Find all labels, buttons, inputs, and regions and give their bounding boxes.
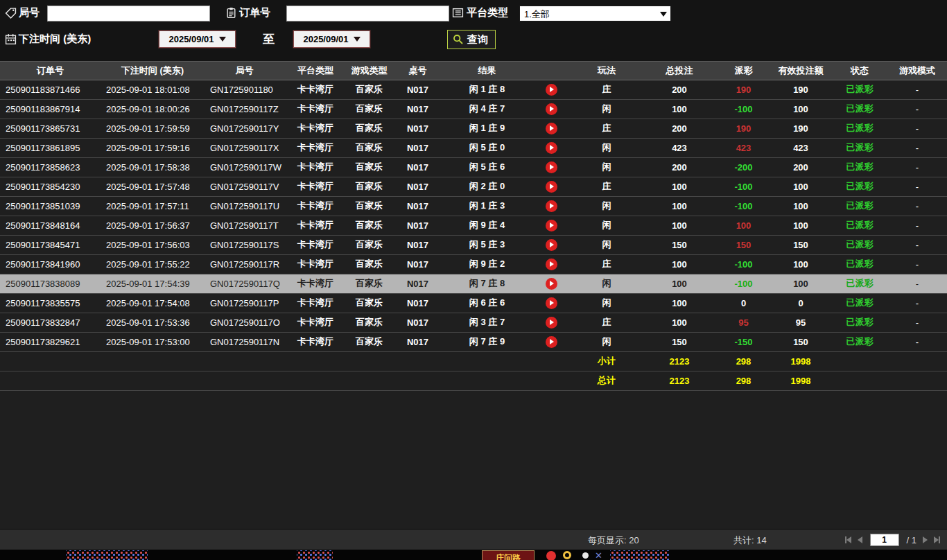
order-number: 250901173838089 [0, 274, 101, 293]
replay-icon[interactable] [546, 220, 557, 231]
query-button[interactable]: 查询 [447, 30, 496, 49]
total-bet: 100 [641, 254, 718, 274]
table-row[interactable]: 2509011738296212025-09-01 17:53:00GN0172… [0, 332, 947, 351]
next-page-button[interactable] [923, 536, 928, 543]
replay [530, 332, 572, 351]
round-label: 局号 [19, 6, 40, 19]
table-row[interactable]: 2509011738618952025-09-01 17:59:16GN0172… [0, 138, 947, 157]
play-type: 闲 [572, 235, 641, 254]
column-header [530, 62, 572, 80]
platform-type: 卡卡湾厅 [284, 216, 347, 235]
status-badge: 已派彩 [832, 254, 887, 274]
payout: 95 [718, 313, 770, 332]
chevron-down-icon [219, 37, 226, 42]
game-type: 百家乐 [347, 235, 392, 254]
game-type: 百家乐 [347, 80, 392, 99]
order-number: 250901173851039 [0, 196, 101, 216]
order-input[interactable] [286, 6, 449, 21]
round-number: GN0172590117X [205, 138, 284, 157]
total-bet: 200 [641, 157, 718, 177]
banker-road-button-fragment: 庄问路 [482, 550, 535, 560]
replay-icon[interactable] [546, 239, 557, 251]
replay-icon[interactable] [546, 161, 557, 173]
bet-time: 2025-09-01 17:56:37 [101, 216, 205, 235]
game-mode: - [887, 196, 947, 216]
replay [530, 216, 572, 235]
summary-valid-bet: 1998 [770, 371, 832, 390]
table-header-row: 订单号下注时间 (美东)局号平台类型游戏类型桌号结果玩法总投注派彩有效投注额状态… [0, 62, 947, 80]
bet-time: 2025-09-01 17:56:03 [101, 235, 205, 254]
replay-icon[interactable] [546, 317, 557, 329]
table-row[interactable]: 2509011738328472025-09-01 17:53:36GN0172… [0, 313, 947, 332]
calendar-icon [5, 33, 17, 45]
date-from-picker[interactable]: 2025/09/01 [159, 30, 236, 48]
round-number: GN0172590117P [205, 293, 284, 313]
table-row[interactable]: 2509011738657312025-09-01 17:59:59GN0172… [0, 119, 947, 138]
table-row[interactable]: 2509011838714662025-09-01 18:01:08GN1725… [0, 80, 947, 99]
table-row[interactable]: 2509011738355752025-09-01 17:54:08GN0172… [0, 293, 947, 313]
table-row[interactable]: 2509011738586232025-09-01 17:58:38GN0172… [0, 157, 947, 177]
platform-type-value: 1.全部 [524, 8, 550, 21]
order-number: 250901183867914 [0, 99, 101, 119]
play-type: 庄 [572, 80, 641, 99]
order-number: 250901173845471 [0, 235, 101, 254]
date-to-picker[interactable]: 2025/09/01 [293, 30, 370, 48]
replay [530, 196, 572, 216]
total-bet: 423 [641, 138, 718, 157]
play-type: 闲 [572, 216, 641, 235]
replay-icon[interactable] [546, 336, 557, 348]
result: 闲 6 庄 6 [444, 293, 530, 313]
replay-icon[interactable] [546, 200, 557, 212]
play-type: 庄 [572, 254, 641, 274]
status-badge: 已派彩 [832, 313, 887, 332]
replay-icon[interactable] [546, 181, 557, 193]
first-page-button[interactable] [845, 536, 851, 543]
column-header: 游戏类型 [347, 62, 392, 80]
game-mode: - [887, 99, 947, 119]
summary-valid-bet: 1998 [770, 351, 832, 371]
round-number: GN0172590117W [205, 157, 284, 177]
table-row[interactable]: 2509011738510392025-09-01 17:57:11GN0172… [0, 196, 947, 216]
platform-type: 卡卡湾厅 [284, 177, 347, 196]
replay [530, 313, 572, 332]
status-badge: 已派彩 [832, 274, 887, 293]
table-row[interactable]: 2509011738419602025-09-01 17:55:22GN0172… [0, 254, 947, 274]
replay [530, 235, 572, 254]
table-row[interactable]: 2509011838679142025-09-01 18:00:26GN0172… [0, 99, 947, 119]
round-number: GN0172590117N [205, 332, 284, 351]
total-bet: 100 [641, 216, 718, 235]
background-window-sliver: 庄问路 ✕ [0, 550, 947, 560]
round-input[interactable] [47, 6, 210, 21]
platform-type: 卡卡湾厅 [284, 332, 347, 351]
page-number-input[interactable] [870, 534, 899, 546]
game-type: 百家乐 [347, 138, 392, 157]
round-number: GN0172590117U [205, 196, 284, 216]
table-row[interactable]: 2509011738542302025-09-01 17:57:48GN0172… [0, 177, 947, 196]
total-bet: 100 [641, 293, 718, 313]
table-number: N017 [392, 177, 444, 196]
platform-type: 卡卡湾厅 [284, 313, 347, 332]
prev-page-button[interactable] [858, 536, 862, 543]
replay-icon[interactable] [546, 123, 557, 134]
replay-icon[interactable] [546, 278, 557, 290]
table-row[interactable]: 2509011738481642025-09-01 17:56:37GN0172… [0, 216, 947, 235]
payout: -100 [718, 177, 770, 196]
bet-time: 2025-09-01 17:59:16 [101, 138, 205, 157]
valid-bet: 100 [770, 177, 832, 196]
replay-icon[interactable] [546, 142, 557, 154]
replay-icon[interactable] [546, 84, 557, 96]
last-page-button[interactable] [934, 536, 940, 543]
total-row: 总计21232981998 [0, 371, 947, 390]
status-badge: 已派彩 [832, 216, 887, 235]
result: 闲 4 庄 7 [444, 99, 530, 119]
status-badge: 已派彩 [832, 119, 887, 138]
replay-icon[interactable] [546, 259, 557, 270]
table-row[interactable]: 2509011738454712025-09-01 17:56:03GN0172… [0, 235, 947, 254]
replay-icon[interactable] [546, 103, 557, 115]
column-header: 总投注 [641, 62, 718, 80]
bet-time: 2025-09-01 17:53:00 [101, 332, 205, 351]
platform-type-select[interactable]: 1.全部 [519, 6, 671, 21]
table-row[interactable]: 2509011738380892025-09-01 17:54:39GN0172… [0, 274, 947, 293]
valid-bet: 95 [770, 313, 832, 332]
replay-icon[interactable] [546, 297, 557, 309]
